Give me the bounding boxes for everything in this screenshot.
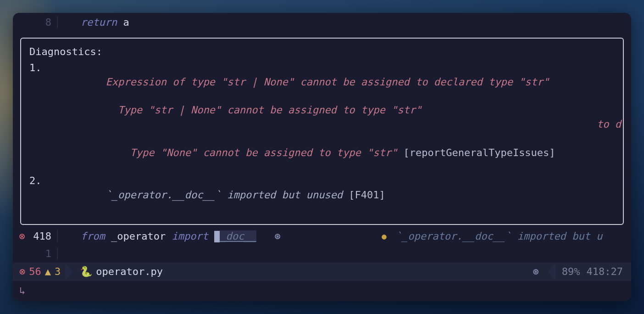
imported-symbol: _doc__	[220, 230, 256, 242]
keyword-from: from	[81, 230, 105, 242]
modified-marker-icon: ⊛	[274, 230, 280, 242]
diagnostic-body: `_operator.__doc__` imported but unused …	[45, 174, 615, 216]
diagnostic-warning-text: `_operator.__doc__` imported but unused	[105, 189, 343, 201]
status-diagnostics[interactable]: ⊗ 56 ▲ 3	[15, 263, 65, 281]
scroll-percent: 89%	[562, 265, 580, 279]
highlighted-symbol: _doc__	[214, 230, 256, 242]
gutter-separator: │	[54, 16, 61, 30]
error-sign-icon: ⊗	[13, 230, 31, 244]
diagnostic-error-text: Expression of type "str | None" cannot b…	[105, 76, 549, 88]
prompt-icon: ↳	[19, 284, 25, 298]
line-number: 8	[31, 16, 54, 30]
modified-marker-icon: ⊛	[533, 265, 539, 279]
diagnostic-item[interactable]: 1. Expression of type "str | None" canno…	[29, 61, 615, 174]
error-count: 56	[29, 265, 41, 279]
status-filename[interactable]: 🐍 operator.py	[75, 263, 167, 281]
diagnostic-error-text: Type "None" cannot be assigned to type "…	[105, 147, 397, 158]
gutter-separator: │	[54, 247, 61, 261]
code-line[interactable]: 8 │ return a	[13, 16, 631, 33]
diagnostic-item[interactable]: 2. `_operator.__doc__` imported but unus…	[29, 174, 615, 216]
keyword-return: return	[81, 17, 117, 28]
warning-dot-icon: ●	[382, 230, 387, 242]
code-line-active[interactable]: ⊗ 418 │ from _operator import _doc__ ⊛ ●…	[13, 230, 631, 247]
warning-count-icon: ▲	[45, 265, 51, 279]
overflow-text: to d	[597, 118, 621, 132]
line-number-active: 418	[31, 230, 54, 244]
diagnostic-body: Expression of type "str | None" cannot b…	[45, 61, 615, 174]
status-right: ⊛ 89% 418:27	[533, 263, 629, 281]
diagnostics-title: Diagnostics:	[29, 45, 615, 59]
gutter-separator: │	[54, 230, 61, 244]
code-content[interactable]: from _operator import _doc__ ⊛ ● `_opera…	[61, 230, 631, 263]
warning-count: 3	[55, 265, 61, 279]
keyword-import: import	[172, 230, 208, 242]
command-line[interactable]: ↳	[13, 281, 631, 301]
inline-diagnostic-text: `_operator.__doc__` imported but u	[396, 230, 602, 244]
filename-text: operator.py	[96, 265, 163, 279]
diagnostic-number: 2.	[29, 174, 45, 216]
diagnostic-category: [F401]	[349, 189, 385, 201]
identifier: a	[123, 17, 129, 28]
cursor	[214, 231, 220, 242]
module-name: _operator	[111, 230, 166, 242]
line-number: 1	[31, 247, 54, 261]
python-icon: 🐍	[80, 265, 92, 279]
separator-chevron-icon	[548, 263, 555, 281]
code-content[interactable]: return a	[61, 16, 631, 30]
diagnostic-error-text: Type "str | None" cannot be assigned to …	[105, 104, 422, 116]
terminal-window: 8 │ return a Diagnostics: 1. Expression …	[13, 13, 631, 301]
diagnostic-number: 1.	[29, 61, 45, 174]
separator-chevron-icon	[65, 263, 72, 281]
diagnostic-category: [reportGeneralTypeIssues]	[403, 147, 555, 158]
inline-diagnostic: ● `_operator.__doc__` imported but u	[382, 230, 602, 244]
editor-viewport[interactable]: 8 │ return a Diagnostics: 1. Expression …	[13, 13, 631, 263]
cursor-position: 418:27	[587, 265, 623, 279]
error-count-icon: ⊗	[19, 265, 25, 279]
status-line: ⊗ 56 ▲ 3 🐍 operator.py ⊛ 89% 418:27	[13, 263, 631, 281]
diagnostics-popup[interactable]: Diagnostics: 1. Expression of type "str …	[20, 38, 624, 225]
